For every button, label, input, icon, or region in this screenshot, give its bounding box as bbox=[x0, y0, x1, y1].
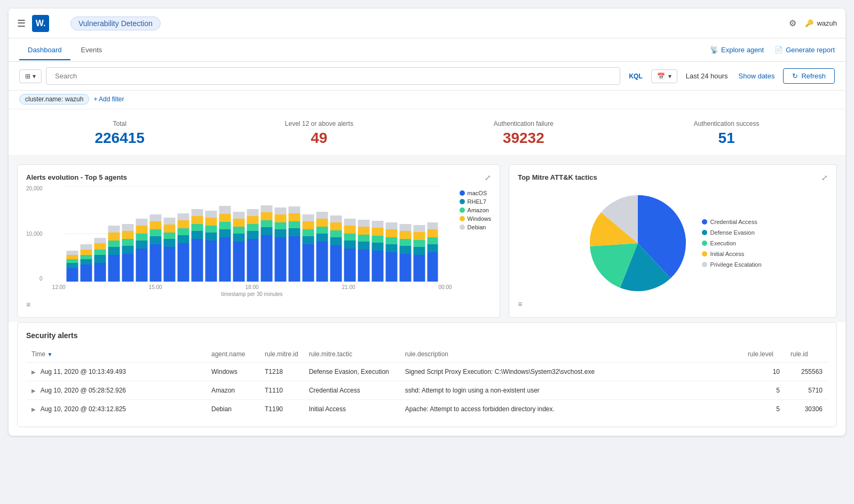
svg-rect-112 bbox=[358, 220, 369, 227]
x-tick-1200: 12:00 bbox=[52, 284, 66, 290]
x-tick-0000: 00:00 bbox=[439, 284, 452, 290]
svg-rect-114 bbox=[371, 243, 383, 251]
generate-report-link[interactable]: 📄 Generate report bbox=[774, 46, 835, 54]
svg-rect-124 bbox=[399, 246, 411, 254]
refresh-icon: ↻ bbox=[792, 72, 798, 80]
bar-chart-title: Alerts evolution - Top 5 agents bbox=[26, 173, 127, 181]
logo-text: W. bbox=[36, 19, 46, 28]
svg-rect-24 bbox=[122, 246, 133, 254]
col-header-ruleid[interactable]: rule.id bbox=[785, 346, 828, 363]
refresh-button[interactable]: ↻ Refresh bbox=[783, 68, 835, 84]
svg-rect-28 bbox=[136, 249, 147, 282]
pie-chart-options-icon[interactable]: ≡ bbox=[518, 300, 522, 308]
pie-legend-privilege: Privilege Escalation bbox=[702, 261, 762, 268]
svg-rect-3 bbox=[66, 268, 78, 282]
row1-time: ▶ Aug 11, 2020 @ 10:13:49.493 bbox=[26, 363, 206, 381]
x-tick-1800: 18:00 bbox=[246, 284, 259, 290]
tab-events[interactable]: Events bbox=[73, 39, 111, 60]
row3-mitre-id[interactable]: T1190 bbox=[259, 400, 304, 419]
bar-chart-expand-icon[interactable]: ⤢ bbox=[485, 173, 491, 182]
settings-icon[interactable]: ⚙ bbox=[789, 18, 796, 28]
svg-rect-54 bbox=[205, 233, 217, 241]
svg-rect-17 bbox=[94, 238, 106, 243]
svg-rect-23 bbox=[122, 254, 133, 282]
svg-rect-25 bbox=[122, 239, 133, 246]
search-input[interactable] bbox=[51, 70, 615, 82]
calendar-icon: 📅 bbox=[657, 73, 665, 80]
svg-rect-36 bbox=[149, 221, 161, 229]
col-header-tactic[interactable]: rule.mitre.tactic bbox=[304, 346, 400, 363]
add-filter-button[interactable]: + Add filter bbox=[93, 95, 124, 103]
col-header-agent[interactable]: agent.name bbox=[206, 346, 259, 363]
svg-rect-51 bbox=[191, 216, 203, 224]
svg-rect-104 bbox=[344, 241, 355, 249]
y-axis-10000: 10,000 bbox=[26, 231, 43, 237]
stat-auth-failure-label: Authentication failure bbox=[494, 120, 553, 127]
row3-desc: Apache: Attempt to access forbidden dire… bbox=[400, 400, 742, 419]
svg-rect-15 bbox=[94, 250, 106, 255]
alerts-title: Security alerts bbox=[26, 331, 828, 340]
row3-expand-icon[interactable]: ▶ bbox=[31, 406, 36, 412]
svg-rect-88 bbox=[302, 244, 314, 282]
svg-rect-137 bbox=[427, 222, 438, 229]
row1-agent[interactable]: Windows bbox=[206, 363, 259, 381]
filter-button[interactable]: ⊞ ▾ bbox=[19, 69, 42, 83]
app-title-badge: Vulnerability Detection bbox=[70, 17, 161, 30]
pie-chart-svg bbox=[584, 190, 691, 297]
pie-chart-expand-icon[interactable]: ⤢ bbox=[821, 173, 828, 182]
svg-rect-121 bbox=[385, 229, 397, 237]
svg-rect-89 bbox=[302, 236, 314, 244]
svg-rect-45 bbox=[177, 228, 189, 235]
svg-rect-126 bbox=[399, 231, 411, 239]
row1-ruleid[interactable]: 255563 bbox=[785, 363, 828, 381]
bar-chart-options-icon[interactable]: ≡ bbox=[26, 300, 30, 309]
col-header-level[interactable]: rule.level bbox=[742, 346, 785, 363]
svg-rect-96 bbox=[316, 219, 328, 227]
pie-legend-initial: Initial Access bbox=[702, 251, 762, 257]
svg-rect-53 bbox=[205, 241, 217, 282]
svg-rect-59 bbox=[219, 229, 231, 237]
legend-rhel7-dot bbox=[460, 199, 465, 204]
svg-rect-56 bbox=[205, 218, 217, 226]
svg-rect-35 bbox=[149, 229, 161, 236]
col-header-mitre-id[interactable]: rule.mitre.id bbox=[259, 346, 304, 363]
pie-legend-privilege-dot bbox=[702, 262, 707, 267]
row2-expand-icon[interactable]: ▶ bbox=[31, 388, 36, 394]
svg-rect-60 bbox=[219, 222, 231, 229]
date-picker[interactable]: 📅 ▾ bbox=[651, 69, 677, 83]
row3-ruleid[interactable]: 30306 bbox=[785, 400, 828, 419]
pie-legend-execution-dot bbox=[702, 241, 707, 246]
svg-rect-84 bbox=[288, 228, 300, 236]
hamburger-menu[interactable]: ☰ bbox=[17, 18, 26, 29]
row2-ruleid[interactable]: 5710 bbox=[785, 381, 828, 400]
pie-legend-initial-label: Initial Access bbox=[710, 251, 745, 257]
row2-mitre-id[interactable]: T1110 bbox=[259, 381, 304, 400]
logo: W. bbox=[32, 15, 49, 32]
kql-button[interactable]: KQL bbox=[624, 70, 646, 82]
tab-dashboard[interactable]: Dashboard bbox=[19, 39, 70, 60]
svg-rect-31 bbox=[136, 226, 147, 234]
row2-tactic: Credential Access bbox=[304, 381, 400, 400]
col-header-time[interactable]: Time ▼ bbox=[26, 346, 206, 363]
row3-agent[interactable]: Debian bbox=[206, 400, 259, 419]
alerts-table: Time ▼ agent.name rule.mitre.id rule.mit… bbox=[26, 346, 828, 418]
explore-agent-link[interactable]: 📡 Explore agent bbox=[710, 46, 764, 54]
svg-rect-120 bbox=[385, 237, 397, 244]
pie-chart-panel: Top Mitre ATT&K tactics ⤢ bbox=[509, 164, 837, 318]
refresh-label: Refresh bbox=[801, 72, 826, 80]
row1-mitre-id[interactable]: T1218 bbox=[259, 363, 304, 381]
svg-rect-102 bbox=[330, 215, 342, 222]
row3-tactic: Initial Access bbox=[304, 400, 400, 419]
svg-rect-32 bbox=[136, 219, 147, 226]
col-header-desc[interactable]: rule.description bbox=[400, 346, 742, 363]
svg-rect-129 bbox=[413, 247, 425, 255]
row2-agent[interactable]: Amazon bbox=[206, 381, 259, 400]
bar-chart-panel: Alerts evolution - Top 5 agents ⤢ 20,000… bbox=[17, 164, 500, 318]
row1-expand-icon[interactable]: ▶ bbox=[31, 369, 36, 375]
legend-rhel7: RHEL7 bbox=[460, 198, 492, 205]
svg-rect-33 bbox=[149, 244, 161, 282]
svg-rect-113 bbox=[371, 251, 383, 282]
stat-auth-failure: Authentication failure 39232 bbox=[494, 120, 553, 147]
svg-rect-41 bbox=[163, 225, 175, 233]
show-dates-button[interactable]: Show dates bbox=[739, 72, 775, 80]
